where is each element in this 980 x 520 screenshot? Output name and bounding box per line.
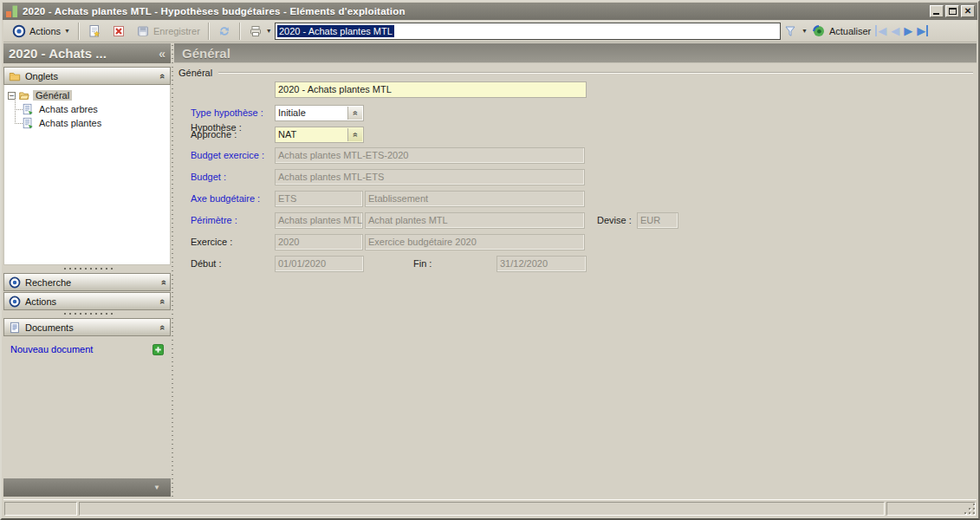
sidebar-header-title: 2020 - Achats ... bbox=[9, 46, 159, 61]
close-icon: ✕ bbox=[962, 6, 974, 16]
debut-label: Début : bbox=[191, 256, 221, 272]
splitter-dots bbox=[62, 267, 113, 271]
splitter-dots bbox=[62, 312, 113, 316]
new-record-button[interactable] bbox=[82, 22, 107, 41]
budget-exercice-label: Budget exercice : bbox=[191, 147, 264, 164]
refresh-icon bbox=[217, 24, 231, 38]
chevron-down-icon[interactable]: » bbox=[158, 279, 168, 284]
type-hypothese-dropdown-button[interactable]: » bbox=[347, 107, 362, 120]
sidebar-splitter[interactable] bbox=[3, 265, 171, 273]
chevron-up-icon[interactable]: « bbox=[158, 298, 168, 303]
budget-field: Achats plantes MTL-ETS bbox=[275, 169, 585, 185]
minimize-button[interactable] bbox=[930, 5, 944, 17]
sidebar-overflow-bar[interactable]: ▼ bbox=[3, 478, 171, 497]
add-document-icon[interactable] bbox=[153, 344, 164, 355]
main-header-title: Général bbox=[182, 46, 230, 61]
save-button: Enregistrer bbox=[131, 22, 205, 41]
devise-field: EUR bbox=[637, 212, 678, 229]
debut-field: 01/01/2020 bbox=[275, 256, 364, 272]
sidebar: 2020 - Achats ... « Onglets « – Général … bbox=[3, 43, 171, 498]
actions-panel-header[interactable]: Actions « bbox=[3, 292, 171, 310]
budget-label: Budget : bbox=[191, 169, 226, 185]
document-icon bbox=[9, 322, 21, 334]
actions-menu-button[interactable]: Actions ▼ bbox=[7, 22, 75, 41]
refresh-globe-icon bbox=[812, 24, 826, 38]
type-hypothese-combo[interactable]: Initiale » bbox=[275, 105, 364, 121]
main-header: Général bbox=[174, 43, 977, 63]
print-button[interactable]: ▼ bbox=[243, 22, 277, 41]
filter-dropdown-arrow[interactable]: ▼ bbox=[802, 28, 808, 34]
refresh-button[interactable] bbox=[212, 22, 237, 41]
nav-first-button[interactable]: ◀ bbox=[875, 25, 886, 36]
group-etched-line bbox=[218, 72, 973, 74]
approche-value: NAT bbox=[278, 129, 296, 140]
recherche-panel-header[interactable]: Recherche » bbox=[3, 273, 171, 291]
fin-field: 31/12/2020 bbox=[496, 256, 587, 272]
window-title: 2020 - Achats plantes MTL - Hypothèses b… bbox=[23, 6, 930, 16]
close-button[interactable]: ✕ bbox=[961, 5, 975, 17]
recherche-panel-title: Recherche bbox=[25, 277, 156, 288]
overflow-dropdown-arrow: ▼ bbox=[153, 484, 160, 491]
target-icon bbox=[9, 276, 21, 289]
nav-next-button[interactable]: ▶ bbox=[904, 25, 912, 36]
documents-panel-title: Documents bbox=[25, 322, 156, 333]
filter-funnel-icon bbox=[783, 24, 797, 38]
tree-node-achats-arbres[interactable]: Achats arbres bbox=[22, 102, 168, 116]
onglets-tree: – Général Achats arbres Achats plantes bbox=[3, 85, 171, 265]
new-document-icon bbox=[88, 24, 101, 38]
combo-chevron-icon: » bbox=[348, 133, 363, 138]
resize-grip[interactable] bbox=[964, 504, 976, 515]
documents-panel-header[interactable]: Documents « bbox=[3, 318, 171, 336]
devise-label: Devise : bbox=[597, 212, 632, 229]
tree-node-label[interactable]: Achats plantes bbox=[36, 118, 104, 128]
onglets-panel-title: Onglets bbox=[25, 71, 156, 81]
delete-record-button[interactable] bbox=[107, 22, 131, 41]
exercice-name-field: Exercice budgétaire 2020 bbox=[365, 234, 585, 250]
print-dropdown-arrow: ▼ bbox=[266, 28, 272, 34]
sidebar-splitter[interactable] bbox=[3, 310, 171, 318]
maximize-button[interactable] bbox=[945, 5, 959, 17]
axe-budgetaire-label: Axe budgétaire : bbox=[191, 191, 260, 207]
record-selector-combo[interactable]: 2020 - Achats plantes MTL bbox=[275, 23, 781, 40]
chevron-up-icon[interactable]: « bbox=[158, 324, 168, 329]
actions-dropdown-arrow: ▼ bbox=[64, 28, 70, 34]
app-barchart-icon bbox=[5, 4, 19, 18]
actualiser-label: Actualiser bbox=[829, 26, 871, 36]
record-selector-value: 2020 - Achats plantes MTL bbox=[277, 25, 394, 37]
filter-button[interactable] bbox=[783, 24, 797, 38]
perimetre-code-field: Achats plantes MTL bbox=[275, 212, 363, 229]
main-pane: Général Général Hypothèse : 2020 - Achat… bbox=[174, 43, 977, 498]
toolbar: Actions ▼ Enregistrer ▼ bbox=[3, 20, 977, 42]
approche-dropdown-button[interactable]: » bbox=[347, 128, 362, 141]
nav-last-button[interactable]: ▶ bbox=[917, 25, 928, 36]
axe-budgetaire-name-field: Etablissement bbox=[365, 191, 585, 207]
actions-panel-title: Actions bbox=[25, 296, 156, 307]
onglets-panel-header[interactable]: Onglets « bbox=[3, 67, 171, 85]
group-legend: Général bbox=[178, 68, 212, 78]
titlebar: 2020 - Achats plantes MTL - Hypothèses b… bbox=[3, 3, 977, 20]
toolbar-separator bbox=[239, 23, 241, 40]
sidebar-collapse-button[interactable]: « bbox=[159, 47, 165, 61]
folder-icon bbox=[9, 70, 21, 82]
form-page-icon bbox=[22, 103, 34, 115]
statusbar-cell-left bbox=[4, 502, 77, 516]
tree-node-achats-plantes[interactable]: Achats plantes bbox=[22, 116, 168, 130]
tree-node-label[interactable]: Général bbox=[33, 90, 72, 101]
perimetre-label: Périmètre : bbox=[191, 212, 237, 229]
approche-label: Approche : bbox=[191, 127, 237, 143]
tree-node-label[interactable]: Achats arbres bbox=[36, 104, 101, 114]
sidebar-header: 2020 - Achats ... « bbox=[3, 43, 171, 63]
application-window: 2020 - Achats plantes MTL - Hypothèses b… bbox=[0, 0, 980, 520]
target-icon bbox=[12, 24, 26, 38]
combo-chevron-icon: » bbox=[348, 111, 363, 116]
approche-combo[interactable]: NAT » bbox=[275, 127, 364, 143]
tree-node-general[interactable]: – Général bbox=[6, 88, 168, 102]
nouveau-document-link[interactable]: Nouveau document bbox=[10, 344, 153, 354]
target-icon bbox=[9, 296, 21, 308]
statusbar bbox=[3, 499, 977, 517]
chevron-up-icon[interactable]: « bbox=[158, 73, 168, 78]
actualiser-button[interactable]: Actualiser bbox=[812, 24, 871, 38]
nav-previous-button[interactable]: ◀ bbox=[891, 25, 899, 36]
printer-icon bbox=[249, 24, 263, 38]
hypothese-input[interactable]: 2020 - Achats plantes MTL bbox=[275, 81, 587, 98]
